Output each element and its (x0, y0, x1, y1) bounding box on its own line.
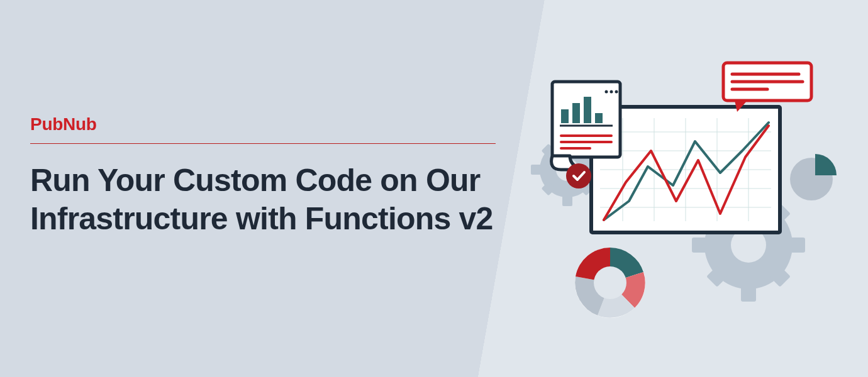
divider-rule (30, 143, 496, 144)
svg-point-51 (594, 266, 626, 299)
svg-rect-12 (562, 195, 572, 206)
pie-chart-icon (790, 154, 837, 200)
report-card-icon (552, 82, 620, 170)
svg-point-42 (605, 90, 608, 94)
svg-point-49 (566, 163, 591, 188)
svg-rect-2 (741, 285, 756, 302)
brand-wordmark: PubNub (30, 114, 496, 134)
svg-rect-39 (572, 103, 580, 123)
speech-bubble-icon (723, 63, 811, 112)
check-badge-icon (566, 163, 591, 188)
donut-chart-icon (575, 248, 645, 318)
hero-illustration (516, 57, 843, 333)
svg-rect-41 (595, 113, 603, 123)
svg-rect-3 (789, 238, 805, 253)
svg-rect-14 (531, 165, 542, 175)
svg-point-44 (615, 90, 618, 94)
svg-rect-38 (561, 109, 569, 123)
svg-rect-4 (692, 238, 708, 253)
hero-copy: PubNub Run Your Custom Code on Our Infra… (30, 114, 496, 238)
svg-rect-40 (584, 97, 591, 123)
svg-point-43 (610, 90, 613, 94)
page-title: Run Your Custom Code on Our Infrastructu… (30, 161, 496, 238)
